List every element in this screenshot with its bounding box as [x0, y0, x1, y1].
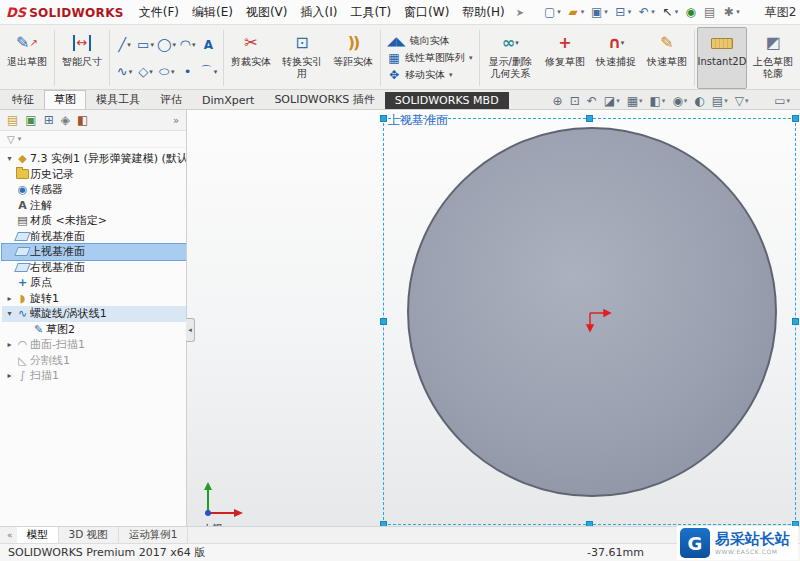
spline-tool-button[interactable]: ∿▾ [117, 64, 132, 79]
offset-entities-button[interactable]: )) 等距实体 [328, 27, 378, 89]
ellipse-tool-button[interactable]: ○▾ [159, 64, 175, 79]
display-style-button[interactable]: ◧▾ [650, 94, 666, 108]
menu-tools[interactable]: 工具(T) [344, 2, 397, 23]
linear-sketch-pattern-button[interactable]: ▦线性草图阵列▾ [387, 51, 473, 65]
expander-icon[interactable]: ▸ [4, 371, 15, 380]
tree-filter-row[interactable]: ▽ ▾ [0, 131, 186, 148]
panel-collapse-handle[interactable]: ◂ [186, 318, 195, 342]
menu-window[interactable]: 窗口(W) [398, 2, 455, 23]
expander-icon[interactable]: ▾ [4, 154, 15, 163]
tree-item-history[interactable]: 历史记录 [2, 167, 186, 183]
menu-pin-icon[interactable]: ➤ [512, 7, 528, 18]
tab-motion-study1[interactable]: 运动算例1 [119, 527, 189, 543]
hide-show-items-button[interactable]: ◉▾ [672, 94, 687, 108]
menu-edit[interactable]: 编辑(E) [186, 2, 239, 23]
shaded-sketch-contours-button[interactable]: ◩ 上色草图轮廓 [748, 27, 798, 89]
menu-help[interactable]: 帮助(H) [456, 2, 510, 23]
propertymanager-tab-icon[interactable]: ▣ [25, 113, 36, 127]
move-entities-button[interactable]: ✥移动实体▾ [387, 68, 473, 82]
undo-button[interactable]: ↶▾ [635, 4, 657, 20]
repair-sketch-button[interactable]: + 修复草图 [540, 27, 590, 89]
smart-dimension-button[interactable]: ↔ 智能尺寸 [57, 27, 107, 89]
rapid-sketch-button[interactable]: ✎ 快速草图 [642, 27, 692, 89]
featuremanager-tab-icon[interactable]: ▤ [7, 113, 18, 127]
menu-insert[interactable]: 插入(I) [295, 2, 344, 23]
tab-dimxpert[interactable]: DimXpert [192, 92, 264, 109]
exit-sketch-button[interactable]: ✎↗ 退出草图 [2, 27, 52, 89]
point-tool-button[interactable]: • [184, 64, 192, 79]
tree-item-helix1[interactable]: ▾ ∿ 螺旋线/涡状线1 [2, 306, 186, 322]
dimxpertmanager-tab-icon[interactable]: ◈ [61, 113, 70, 127]
section-view-button[interactable]: ◪▾ [604, 94, 620, 108]
zoom-to-area-button[interactable]: ⊡ [570, 94, 580, 108]
menu-file[interactable]: 文件(F) [133, 2, 185, 23]
tab-evaluate[interactable]: 评估 [150, 90, 192, 109]
display-pane-toggle[interactable]: ▭▾ [774, 94, 790, 108]
rectangle-tool-button[interactable]: ▭▾ [137, 37, 154, 52]
print-button[interactable]: ⊟▾ [612, 4, 634, 20]
panel-tabs-more-icon[interactable]: » [173, 115, 179, 126]
configurationmanager-tab-icon[interactable]: ⊞ [44, 113, 54, 127]
open-button[interactable]: ▰▾ [565, 4, 587, 20]
save-button[interactable]: ▣▾ [588, 4, 610, 20]
tab-solidworks-mbd[interactable]: SOLIDWORKS MBD [385, 92, 509, 109]
selection-handle[interactable] [380, 521, 387, 526]
options-button[interactable]: ✱▾ [720, 4, 742, 20]
selection-handle[interactable] [586, 521, 593, 526]
tree-item-revolve1[interactable]: ▸ ◗ 旋转1 [2, 291, 186, 307]
displaymanager-tab-icon[interactable]: ◧ [77, 113, 88, 127]
tree-item-surface-sweep1[interactable]: ▸ ◠ 曲面-扫描1 [2, 337, 186, 353]
tab-model[interactable]: 模型 [17, 527, 59, 543]
tab-solidworks-addins[interactable]: SOLIDWORKS 插件 [264, 90, 384, 109]
tree-item-sketch2[interactable]: ✎ 草图2 [2, 322, 186, 338]
new-document-button[interactable]: ▢▾ [541, 4, 563, 20]
selection-handle[interactable] [586, 115, 593, 122]
sketch-origin-marker[interactable] [585, 306, 613, 334]
polygon-tool-button[interactable]: ◇▾ [138, 64, 153, 79]
tab-3d-views[interactable]: 3D 视图 [59, 527, 119, 543]
tab-sketch[interactable]: 草图 [44, 90, 86, 109]
line-tool-button[interactable]: ╱▾ [118, 37, 130, 52]
expander-icon[interactable]: ▾ [4, 309, 15, 318]
trim-entities-button[interactable]: ✂ 剪裁实体 [226, 27, 276, 89]
centerline-tool-button[interactable]: ⌒▾ [200, 63, 218, 81]
tree-item-front-plane[interactable]: 前视基准面 [2, 229, 186, 245]
tree-item-part-root[interactable]: ▾ ◆ 7.3 实例1 (异形弹簧建模) (默认<<默认 [2, 151, 186, 167]
select-button[interactable]: ↖▾ [659, 4, 681, 20]
tab-features[interactable]: 特征 [2, 90, 44, 109]
file-properties-button[interactable]: ▤ [701, 4, 718, 20]
selection-handle[interactable] [792, 115, 799, 122]
tree-item-right-plane[interactable]: 右视基准面 [2, 260, 186, 276]
selection-handle[interactable] [380, 318, 387, 325]
selection-handle[interactable] [792, 318, 799, 325]
display-delete-relations-button[interactable]: ∞▾ 显示/删除几何关系 [482, 27, 539, 89]
view-orientation-button[interactable]: ▦▾ [627, 94, 643, 108]
expander-icon[interactable]: ▸ [4, 294, 15, 303]
tree-item-sensors[interactable]: ◉ 传感器 [2, 182, 186, 198]
tree-item-annotations[interactable]: A 注解 [2, 198, 186, 214]
rebuild-button[interactable]: ◉ [682, 4, 699, 20]
instant2d-button[interactable]: Instant2D [697, 27, 747, 89]
view-settings-button[interactable]: ▽▾ [735, 94, 749, 108]
selection-handle[interactable] [380, 115, 387, 122]
zoom-fit-button[interactable]: ⊕ [553, 94, 563, 108]
previous-view-button[interactable]: ↶ [587, 94, 597, 108]
expander-icon[interactable]: ▸ [4, 340, 15, 349]
tree-item-origin[interactable]: + 原点 [2, 275, 186, 291]
graphics-viewport[interactable]: 上视基准面 [187, 110, 800, 526]
text-tool-button[interactable]: A [204, 38, 213, 52]
tree-item-top-plane-selected[interactable]: 上视基准面 [2, 244, 186, 260]
circle-tool-button[interactable]: ◯▾ [157, 37, 176, 52]
tab-mold-tools[interactable]: 模具工具 [86, 90, 150, 109]
menu-view[interactable]: 视图(V) [240, 2, 294, 23]
convert-entities-button[interactable]: ⊡ 转换实引用 [277, 27, 327, 89]
apply-scene-button[interactable]: ▤▾ [712, 94, 728, 108]
arc-tool-button[interactable]: ◠▾ [180, 37, 196, 52]
tab-scroll-back-icon[interactable]: « [3, 527, 17, 543]
quick-snaps-button[interactable]: ∩▾ 快速捕捉 [591, 27, 641, 89]
tree-item-split-line1[interactable]: ◺ 分割线1 [2, 353, 186, 369]
edit-appearance-button[interactable]: ◐ [694, 94, 704, 108]
tree-item-sweep1[interactable]: ▸ ∫ 扫描1 [2, 368, 186, 384]
mirror-entities-button[interactable]: ◢◣镜向实体 [387, 34, 473, 48]
tree-item-material[interactable]: ▤ 材质 <未指定> [2, 213, 186, 229]
